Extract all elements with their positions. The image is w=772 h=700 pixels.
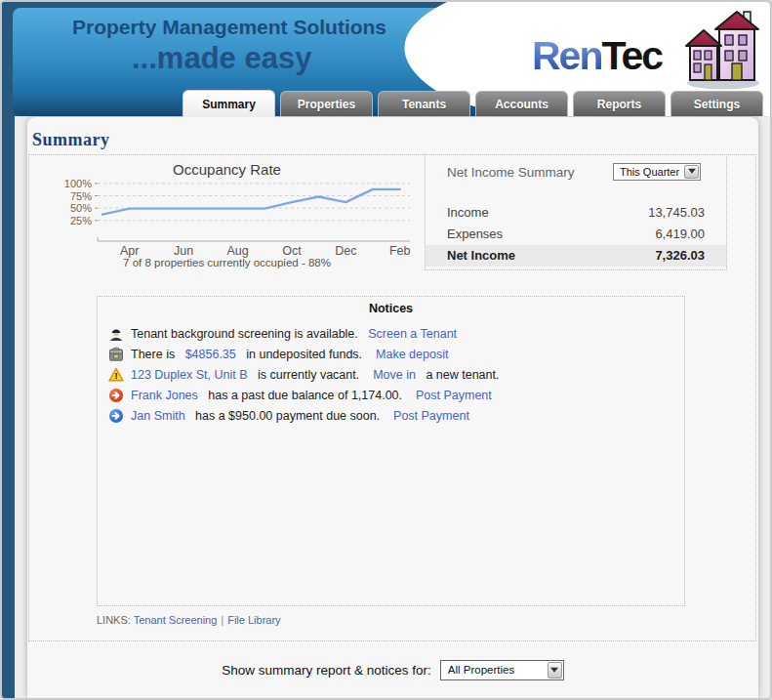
rentec-logo: RenTec bbox=[532, 33, 662, 79]
net-income-title: Net Income Summary bbox=[447, 165, 575, 180]
net-income-row: Income 13,745.03 bbox=[426, 202, 726, 224]
notice-link[interactable]: Jan Smith bbox=[131, 409, 185, 423]
net-income-rows: Income 13,745.03 Expenses 6,419.00 Net I… bbox=[426, 202, 726, 267]
notices-title: Notices bbox=[98, 302, 684, 315]
deposit-icon bbox=[108, 347, 124, 362]
svg-text:100%: 100% bbox=[64, 179, 92, 189]
svg-text:Dec: Dec bbox=[335, 244, 356, 258]
notice-link[interactable]: Make deposit bbox=[376, 348, 448, 361]
tab-accounts[interactable]: Accounts bbox=[475, 91, 568, 116]
notice-text: is currently vacant. bbox=[255, 368, 367, 382]
notice-link[interactable]: Screen a Tenant bbox=[368, 327, 457, 341]
svg-text:25%: 25% bbox=[70, 215, 92, 226]
tagline-line1: Property Management Solutions bbox=[72, 16, 386, 39]
svg-text:Aug: Aug bbox=[226, 244, 248, 258]
notice-item: Tenant background screening is available… bbox=[108, 323, 676, 344]
tab-summary[interactable]: Summary bbox=[183, 90, 275, 117]
logo-tec: Tec bbox=[601, 33, 662, 78]
notices-panel: Notices Tenant background screening is a… bbox=[97, 296, 685, 606]
chevron-down-icon[interactable] bbox=[548, 662, 562, 679]
row-label: Expenses bbox=[447, 224, 503, 245]
notice-item: Jan Smith has a $950.00 payment due soon… bbox=[108, 405, 676, 426]
net-income-panel: Net Income Summary This Quarter Income 1… bbox=[425, 154, 727, 270]
occupancy-chart-svg: 100%75%50%25%AprJunAugOctDecFeb bbox=[29, 179, 425, 261]
content-card: Summary Occupancy Rate 100%75%50%25%AprJ… bbox=[27, 117, 758, 698]
notice-link[interactable]: Frank Jones bbox=[131, 389, 198, 402]
tab-properties[interactable]: Properties bbox=[280, 91, 373, 116]
svg-text:Oct: Oct bbox=[282, 244, 302, 258]
houses-logo-icon bbox=[683, 8, 763, 90]
property-filter-value: All Properties bbox=[448, 664, 514, 676]
links-label: LINKS: bbox=[97, 614, 131, 626]
footer-filter-label: Show summary report & notices for: bbox=[222, 663, 431, 678]
notice-text: has a $950.00 payment due soon. bbox=[192, 409, 386, 423]
link-separator: | bbox=[217, 614, 227, 626]
notice-text: has a past due balance of 1,174.00. bbox=[205, 389, 409, 402]
summary-panel: Occupancy Rate 100%75%50%25%AprJunAugOct… bbox=[28, 154, 756, 641]
svg-text:75%: 75% bbox=[70, 190, 92, 202]
svg-text:Feb: Feb bbox=[389, 244, 411, 258]
notice-link[interactable]: Move in bbox=[373, 368, 416, 382]
period-select[interactable]: This Quarter bbox=[613, 163, 701, 181]
notice-link[interactable]: 123 Duplex St, Unit B bbox=[131, 368, 248, 382]
past-due-icon bbox=[108, 388, 124, 403]
footer-filter: Show summary report & notices for: All P… bbox=[27, 660, 758, 680]
logo-ren: Ren bbox=[532, 33, 601, 78]
svg-text:Jun: Jun bbox=[174, 244, 193, 258]
links-row-links: Tenant Screening|File Library bbox=[134, 614, 281, 626]
notice-item: !123 Duplex St, Unit B is currently vaca… bbox=[108, 364, 676, 385]
quick-link[interactable]: Tenant Screening bbox=[134, 614, 218, 626]
tagline-line2: ...made easy bbox=[132, 41, 311, 76]
svg-text:!: ! bbox=[114, 370, 117, 381]
quick-link[interactable]: File Library bbox=[227, 614, 280, 626]
notice-text: in undeposited funds. bbox=[243, 348, 369, 361]
row-value: 7,326.03 bbox=[655, 245, 705, 267]
svg-text:50%: 50% bbox=[70, 202, 92, 214]
net-income-total-row: Net Income 7,326.03 bbox=[426, 245, 726, 267]
period-select-value: This Quarter bbox=[620, 166, 679, 178]
chart-title: Occupancy Rate bbox=[29, 161, 425, 178]
svg-text:Apr: Apr bbox=[120, 244, 139, 258]
page-title: Summary bbox=[32, 130, 110, 150]
chevron-down-icon[interactable] bbox=[684, 165, 699, 179]
notice-link[interactable]: $4856.35 bbox=[185, 348, 236, 361]
tab-bar: Summary Properties Tenants Accounts Repo… bbox=[183, 90, 763, 117]
net-income-row: Expenses 6,419.00 bbox=[426, 224, 726, 245]
notice-text: There is bbox=[131, 348, 179, 361]
tab-settings[interactable]: Settings bbox=[670, 91, 763, 116]
property-filter-select[interactable]: All Properties bbox=[440, 660, 564, 680]
row-label: Income bbox=[447, 202, 489, 224]
links-row: LINKS: Tenant Screening|File Library bbox=[97, 614, 281, 626]
notice-item: There is $4856.35 in undeposited funds. … bbox=[108, 344, 676, 364]
warning-icon: ! bbox=[108, 367, 124, 383]
notice-item: Frank Jones has a past due balance of 1,… bbox=[108, 385, 676, 405]
chart-caption: 7 of 8 properties currently occupied - 8… bbox=[29, 257, 425, 268]
notices-list: Tenant background screening is available… bbox=[108, 323, 676, 426]
notice-text: Tenant background screening is available… bbox=[131, 327, 361, 341]
tab-tenants[interactable]: Tenants bbox=[378, 91, 470, 116]
row-value: 13,745.03 bbox=[648, 202, 705, 224]
tab-reports[interactable]: Reports bbox=[573, 91, 666, 116]
payment-due-icon bbox=[108, 408, 124, 424]
notice-link[interactable]: Post Payment bbox=[416, 389, 492, 402]
tenant-screening-icon bbox=[108, 326, 124, 342]
header: Property Management Solutions ...made ea… bbox=[2, 2, 772, 116]
app-window: Property Management Solutions ...made ea… bbox=[0, 0, 772, 700]
notice-link[interactable]: Post Payment bbox=[393, 409, 469, 423]
row-label: Net Income bbox=[447, 245, 515, 267]
row-value: 6,419.00 bbox=[655, 224, 705, 245]
notice-text: a new tenant. bbox=[423, 368, 500, 382]
